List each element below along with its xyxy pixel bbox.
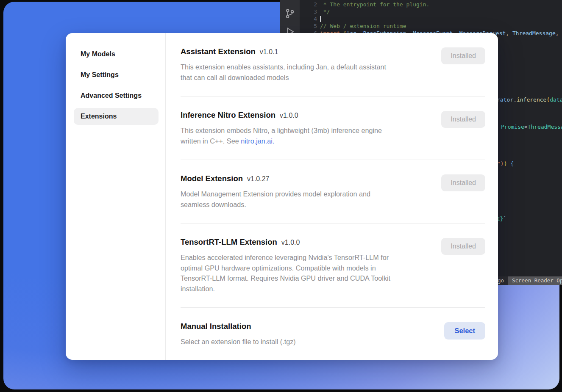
extension-title-line: Inference Nitro Extensionv1.0.0 (181, 110, 382, 120)
installed-button[interactable]: Installed (441, 174, 485, 191)
manual-installation-title-line: Manual Installation (181, 322, 296, 331)
installed-button[interactable]: Installed (441, 47, 485, 64)
nitro-jan-ai-link[interactable]: nitro.jan.ai. (241, 137, 274, 145)
code-fragment: Promise<ThreadMessage> (501, 124, 562, 130)
sidebar-item-advanced-settings[interactable]: Advanced Settings (74, 87, 159, 104)
extension-row-tensorrt-llm: TensortRT-LLM Extensionv1.0.0 Enables ac… (181, 223, 485, 307)
manual-installation-row: Manual Installation Select an extension … (181, 307, 485, 360)
extension-description: Enables accelerated inference leveraging… (181, 252, 390, 294)
extension-version: v1.0.0 (281, 239, 300, 246)
extension-version: v1.0.27 (247, 175, 269, 182)
extension-name: Inference Nitro Extension (181, 110, 275, 119)
extension-description: This extension enables assistants, inclu… (181, 62, 386, 83)
extension-title-line: Model Extensionv1.0.27 (181, 174, 370, 183)
extension-description: This extension embeds Nitro, a lightweig… (181, 125, 382, 146)
extension-version: v1.0.1 (260, 48, 278, 55)
manual-installation-description: Select an extension file to install (.tg… (181, 337, 296, 347)
status-bar-left-item[interactable]: go (498, 276, 504, 285)
status-bar-screen-reader-item[interactable]: Screen Reader Optimized (508, 276, 562, 285)
extension-row-assistant: Assistant Extensionv1.0.1 This extension… (181, 33, 485, 96)
code-fragment: t}` (497, 215, 506, 222)
extension-row-model: Model Extensionv1.0.27 Model Management … (181, 160, 485, 223)
extension-row-inference-nitro: Inference Nitro Extensionv1.0.0 This ext… (181, 96, 485, 160)
installed-button[interactable]: Installed (441, 111, 485, 128)
sidebar-item-my-models[interactable]: My Models (74, 46, 159, 63)
installed-button[interactable]: Installed (441, 238, 485, 255)
extension-description: Model Management Extension provides mode… (181, 189, 370, 210)
sidebar-item-my-settings[interactable]: My Settings (74, 66, 159, 83)
select-file-button[interactable]: Select (444, 322, 485, 340)
settings-sidebar: My Models My Settings Advanced Settings … (66, 33, 166, 360)
settings-card: My Models My Settings Advanced Settings … (66, 33, 498, 360)
extension-title-line: TensortRT-LLM Extensionv1.0.0 (181, 237, 390, 247)
text-cursor (320, 16, 321, 22)
sidebar-item-extensions[interactable]: Extensions (74, 108, 159, 125)
extension-version: v1.0.0 (280, 112, 298, 119)
code-fragment: ")) { (497, 160, 514, 167)
extension-name: TensortRT-LLM Extension (181, 237, 277, 246)
manual-installation-title: Manual Installation (181, 322, 251, 331)
extension-title-line: Assistant Extensionv1.0.1 (181, 47, 386, 56)
extension-name: Model Extension (181, 174, 243, 183)
extension-name: Assistant Extension (181, 47, 256, 56)
code-fragment: rator.inference(data)); (497, 97, 562, 103)
extensions-list: Assistant Extensionv1.0.1 This extension… (166, 33, 498, 360)
